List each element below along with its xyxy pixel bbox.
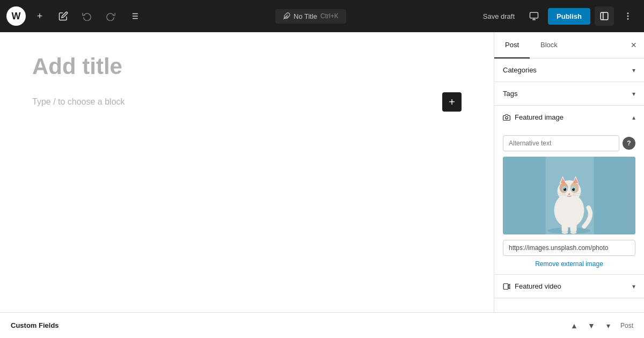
featured-image-chevron-icon: ▴ xyxy=(632,114,635,121)
add-block-toolbar-button[interactable]: + xyxy=(30,6,49,26)
remove-external-image-button[interactable]: Remove external image xyxy=(503,260,635,268)
add-block-button[interactable]: + xyxy=(442,92,462,112)
pencil-icon xyxy=(58,11,68,21)
featured-image-accordion-header[interactable]: Featured image ▴ xyxy=(494,106,644,129)
alt-text-input[interactable] xyxy=(503,135,619,151)
block-placeholder-text: Type / to choose a block xyxy=(32,97,125,107)
main-area: Add title Type / to choose a block + Pos… xyxy=(0,32,644,312)
svg-point-15 xyxy=(627,19,628,20)
featured-image-body: ? xyxy=(494,129,644,274)
featured-video-section: Featured video ▾ xyxy=(494,275,644,298)
add-block-icon: + xyxy=(449,96,455,108)
fi-header-left: Featured image xyxy=(503,113,564,121)
tags-label: Tags xyxy=(503,90,517,98)
svg-point-13 xyxy=(627,13,628,14)
bottom-bar: Custom Fields ▲ ▼ ▾ Post xyxy=(0,312,644,338)
close-sidebar-button[interactable]: × xyxy=(623,32,644,58)
svg-point-42 xyxy=(562,231,568,234)
svg-rect-8 xyxy=(530,12,538,18)
categories-section: Categories ▾ xyxy=(494,58,644,82)
featured-image-preview xyxy=(503,157,635,234)
up-icon: ▲ xyxy=(570,321,578,330)
featured-image-container xyxy=(503,157,635,234)
save-draft-button[interactable]: Save draft xyxy=(478,9,520,24)
block-placeholder-area: Type / to choose a block + xyxy=(32,92,462,112)
svg-marker-45 xyxy=(508,284,510,288)
redo-icon xyxy=(106,11,115,21)
toolbar-right: Save draft Publish xyxy=(478,6,638,26)
svg-rect-40 xyxy=(562,221,568,232)
featured-image-label: Featured image xyxy=(515,113,564,121)
tags-accordion-header[interactable]: Tags ▾ xyxy=(494,82,644,105)
video-icon xyxy=(503,283,510,290)
alt-text-help-button[interactable]: ? xyxy=(623,137,635,150)
svg-point-14 xyxy=(627,16,628,17)
svg-rect-19 xyxy=(594,157,636,234)
svg-rect-41 xyxy=(570,221,577,232)
sidebar: Post Block × Categories ▾ Tags ▾ xyxy=(494,32,644,312)
document-title: No Title xyxy=(294,12,317,20)
custom-fields-controls: ▲ ▼ ▾ xyxy=(567,318,616,333)
featured-video-chevron-icon: ▾ xyxy=(632,283,635,290)
alt-text-row: ? xyxy=(503,135,635,151)
categories-label: Categories xyxy=(503,66,537,74)
view-button[interactable] xyxy=(524,6,544,26)
custom-fields-collapse-up-button[interactable]: ▲ xyxy=(567,318,582,333)
svg-rect-11 xyxy=(601,12,608,20)
ellipsis-icon xyxy=(623,11,633,21)
title-pill[interactable]: No Title Ctrl+K xyxy=(275,9,346,24)
undo-button[interactable] xyxy=(77,6,97,26)
wp-logo: W xyxy=(6,6,26,26)
svg-point-33 xyxy=(564,188,565,189)
svg-point-34 xyxy=(573,188,574,189)
tab-post[interactable]: Post xyxy=(494,32,530,58)
undo-icon xyxy=(82,11,92,21)
svg-point-43 xyxy=(570,231,577,234)
more-options-button[interactable] xyxy=(618,6,638,26)
shortcut-hint: Ctrl+K xyxy=(320,12,339,20)
plus-icon: + xyxy=(37,11,43,22)
more-icon: ▾ xyxy=(606,321,610,330)
tags-chevron-icon: ▾ xyxy=(632,90,635,98)
custom-fields-label: Custom Fields xyxy=(11,321,59,329)
tools-button[interactable] xyxy=(54,6,73,26)
svg-point-16 xyxy=(506,116,508,119)
editor-area: Add title Type / to choose a block + xyxy=(0,32,494,312)
custom-fields-more-button[interactable]: ▾ xyxy=(601,318,616,333)
publish-button[interactable]: Publish xyxy=(548,8,590,25)
tab-block[interactable]: Block xyxy=(530,32,568,58)
redo-button[interactable] xyxy=(101,6,120,26)
monitor-icon xyxy=(529,11,539,21)
featured-image-section: Featured image ▴ ? xyxy=(494,106,644,275)
categories-chevron-icon: ▾ xyxy=(632,67,635,74)
settings-toggle-button[interactable] xyxy=(595,6,614,26)
sidebar-icon xyxy=(599,11,609,21)
camera-icon xyxy=(503,114,510,121)
custom-fields-header: Custom Fields xyxy=(11,321,567,329)
title-bar: No Title Ctrl+K xyxy=(148,9,473,24)
svg-rect-18 xyxy=(503,157,546,234)
main-toolbar: W + No Title Ctrl+K S xyxy=(0,0,644,32)
svg-rect-44 xyxy=(503,283,508,289)
categories-accordion-header[interactable]: Categories ▾ xyxy=(494,58,644,82)
featured-video-label: Featured video xyxy=(515,282,561,290)
down-icon: ▼ xyxy=(588,321,595,330)
post-status-label: Post xyxy=(620,322,633,329)
feather-icon xyxy=(283,12,290,20)
sidebar-tabs: Post Block × xyxy=(494,32,644,58)
image-url-input[interactable] xyxy=(503,240,635,256)
list-view-icon xyxy=(129,11,139,21)
list-view-button[interactable] xyxy=(125,6,144,26)
fv-header-left: Featured video xyxy=(503,282,561,290)
post-title[interactable]: Add title xyxy=(32,54,462,79)
custom-fields-collapse-down-button[interactable]: ▼ xyxy=(584,318,599,333)
tags-section: Tags ▾ xyxy=(494,82,644,106)
featured-video-accordion-header[interactable]: Featured video ▾ xyxy=(494,275,644,298)
